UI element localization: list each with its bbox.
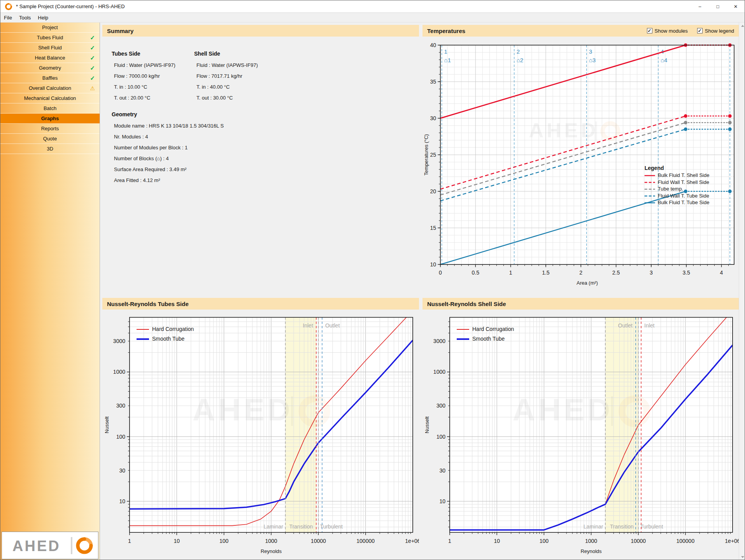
scroll-up-icon[interactable] bbox=[739, 23, 745, 29]
svg-text:Laminar: Laminar bbox=[584, 523, 603, 530]
svg-text:30: 30 bbox=[430, 115, 436, 121]
svg-text:Inlet: Inlet bbox=[303, 322, 313, 329]
summary-line: Flow : 7017.71 kg/hr bbox=[196, 73, 277, 79]
checkbox-box[interactable]: ✓ bbox=[697, 28, 703, 33]
window-title: * Sample Project (Counter-current) - HRS… bbox=[16, 4, 125, 9]
sidebar-item-geometry[interactable]: Geometry✓ bbox=[0, 63, 100, 73]
svg-text:10000: 10000 bbox=[311, 538, 326, 544]
svg-text:Reynolds: Reynolds bbox=[580, 548, 602, 554]
summary-line: Surface Area Required : 3.49 m² bbox=[114, 166, 419, 172]
nusselt-shell-panel-header: Nusselt-Reynolds Shell Side bbox=[422, 298, 739, 310]
scrollbar[interactable] bbox=[739, 23, 745, 560]
svg-text:Turbulent: Turbulent bbox=[320, 523, 343, 530]
checkbox-box[interactable]: ✓ bbox=[647, 28, 652, 33]
minimize-button[interactable]: – bbox=[691, 0, 709, 13]
svg-text:40: 40 bbox=[430, 42, 436, 48]
svg-text:AHED: AHED bbox=[529, 119, 598, 142]
svg-text:⌂2: ⌂2 bbox=[517, 57, 523, 63]
check-icon: ✓ bbox=[90, 73, 95, 83]
nusselt-shell-title: Nusselt-Reynolds Shell Side bbox=[427, 301, 506, 307]
checkbox-show-legend[interactable]: ✓Show legend bbox=[697, 28, 734, 34]
svg-text:Turbulent: Turbulent bbox=[640, 523, 663, 530]
svg-text:0: 0 bbox=[439, 270, 442, 276]
svg-text:Nusselt: Nusselt bbox=[104, 416, 110, 433]
summary-line: Number of Blocks (⌂) : 4 bbox=[114, 156, 419, 161]
svg-text:Smooth Tube: Smooth Tube bbox=[152, 336, 184, 342]
svg-text:2: 2 bbox=[517, 48, 520, 55]
svg-text:100: 100 bbox=[436, 434, 446, 440]
svg-text:100000: 100000 bbox=[676, 538, 694, 544]
sidebar-item-label: Project bbox=[42, 24, 58, 30]
svg-text:3.5: 3.5 bbox=[682, 270, 690, 276]
svg-text:Fluid Wall T. Tube Side: Fluid Wall T. Tube Side bbox=[658, 193, 709, 199]
sidebar-item-graphs[interactable]: Graphs bbox=[0, 114, 100, 124]
sidebar-item-project[interactable]: Project bbox=[0, 23, 100, 33]
sidebar-item-quote[interactable]: Quote bbox=[0, 134, 100, 144]
svg-text:3000: 3000 bbox=[433, 338, 445, 344]
logo-text: AHED bbox=[12, 538, 61, 554]
svg-text:10: 10 bbox=[174, 538, 180, 544]
svg-text:Area (m²): Area (m²) bbox=[577, 280, 598, 286]
svg-text:1: 1 bbox=[444, 48, 447, 55]
sidebar-item-reports[interactable]: Reports bbox=[0, 124, 100, 134]
temperatures-panel: Temperatures ✓Show modules✓Show legend 0… bbox=[422, 25, 739, 297]
sidebar-item-label: Batch bbox=[44, 105, 56, 111]
svg-text:10: 10 bbox=[494, 538, 500, 544]
svg-text:10: 10 bbox=[119, 498, 125, 504]
nusselt-shell-chart-container: AHEDOutletInletLaminarTransitionTurbulen… bbox=[422, 310, 739, 559]
svg-text:Outlet: Outlet bbox=[618, 322, 633, 329]
sidebar-item-label: Tubes Fluid bbox=[37, 35, 63, 40]
sidebar-item-label: Mechanical Calculation bbox=[24, 95, 76, 101]
summary-line: Fluid : Water (IAPWS-IF97) bbox=[114, 62, 194, 68]
svg-text:30: 30 bbox=[439, 467, 445, 474]
sidebar-item-batch[interactable]: Batch bbox=[0, 103, 100, 114]
svg-text:3000: 3000 bbox=[113, 338, 125, 344]
sidebar-item-shell-fluid[interactable]: Shell Fluid✓ bbox=[0, 43, 100, 53]
svg-text:10000: 10000 bbox=[631, 538, 646, 544]
sidebar: ProjectTubes Fluid✓Shell Fluid✓Heat Bala… bbox=[0, 23, 100, 560]
checkbox-label: Show legend bbox=[705, 28, 734, 34]
sidebar-item-overall-calculation[interactable]: Overall Calculation⚠ bbox=[0, 83, 100, 93]
sidebar-item-label: Overall Calculation bbox=[29, 85, 71, 91]
sidebar-item-label: Quote bbox=[43, 136, 57, 142]
temperatures-options: ✓Show modules✓Show legend bbox=[647, 28, 734, 34]
svg-text:Inlet: Inlet bbox=[644, 322, 655, 329]
checkbox-show-modules[interactable]: ✓Show modules bbox=[647, 28, 688, 34]
svg-text:30: 30 bbox=[119, 467, 125, 474]
svg-text:1e+06: 1e+06 bbox=[405, 538, 419, 544]
logo-divider bbox=[71, 537, 72, 554]
section-heading: Tubes Side bbox=[112, 51, 194, 57]
titlebar: * Sample Project (Counter-current) - HRS… bbox=[0, 0, 745, 13]
svg-text:Fluid Wall T. Shell Side: Fluid Wall T. Shell Side bbox=[658, 179, 709, 185]
sidebar-item-mechanical-calculation[interactable]: Mechanical Calculation bbox=[0, 93, 100, 103]
sidebar-item-baffles[interactable]: Baffles✓ bbox=[0, 73, 100, 83]
maximize-button[interactable]: □ bbox=[709, 0, 727, 13]
close-button[interactable]: ✕ bbox=[727, 0, 745, 13]
scroll-down-icon[interactable] bbox=[739, 554, 745, 560]
summary-panel-header: Summary bbox=[102, 25, 419, 37]
sidebar-item-label: Heat Balance bbox=[35, 55, 65, 61]
summary-body: Tubes SideFluid : Water (IAPWS-IF97)Flow… bbox=[102, 37, 419, 183]
warning-icon: ⚠ bbox=[90, 83, 95, 93]
summary-panel: Summary Tubes SideFluid : Water (IAPWS-I… bbox=[102, 25, 419, 297]
summary-line: Module name : HRS K 13 104/18 1.5 304/31… bbox=[114, 123, 419, 129]
section-heading: Shell Side bbox=[194, 51, 277, 57]
summary-line: Number of Modules per Block : 1 bbox=[114, 145, 419, 150]
section-heading: Geometry bbox=[112, 111, 419, 117]
svg-text:0.5: 0.5 bbox=[472, 270, 480, 276]
svg-text:100000: 100000 bbox=[356, 538, 375, 544]
svg-text:1: 1 bbox=[509, 270, 512, 276]
sidebar-item-3d[interactable]: 3D bbox=[0, 144, 100, 154]
svg-text:2: 2 bbox=[579, 270, 582, 276]
svg-text:Bulk Fluid T. Shell Side: Bulk Fluid T. Shell Side bbox=[658, 172, 710, 178]
svg-text:1000: 1000 bbox=[585, 538, 597, 544]
sidebar-item-tubes-fluid[interactable]: Tubes Fluid✓ bbox=[0, 33, 100, 43]
svg-text:Hard Corrugation: Hard Corrugation bbox=[152, 326, 194, 332]
svg-text:20: 20 bbox=[430, 188, 436, 194]
svg-text:3: 3 bbox=[650, 270, 653, 276]
svg-text:Legend: Legend bbox=[645, 165, 664, 171]
menu-item-tools[interactable]: Tools bbox=[16, 13, 34, 23]
menu-item-file[interactable]: File bbox=[0, 13, 16, 23]
sidebar-item-heat-balance[interactable]: Heat Balance✓ bbox=[0, 53, 100, 63]
menu-item-help[interactable]: Help bbox=[34, 13, 52, 23]
